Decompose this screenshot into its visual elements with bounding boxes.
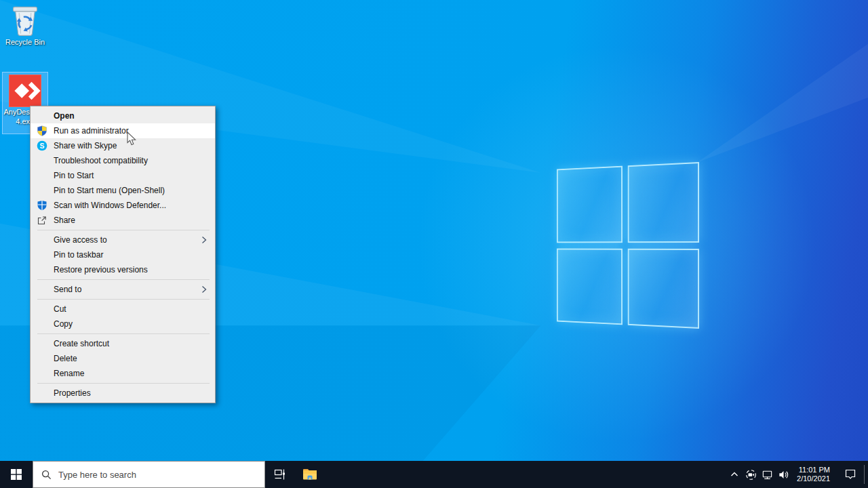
menu-item-icon-slot xyxy=(37,264,47,275)
clock-date: 2/10/2021 xyxy=(797,474,830,483)
submenu-arrow-icon xyxy=(199,235,210,245)
context-menu-item-pin-to-taskbar[interactable]: Pin to taskbar xyxy=(31,247,215,262)
action-center-button[interactable] xyxy=(837,461,864,488)
menu-item-icon-slot xyxy=(37,235,47,245)
menu-item-icon-slot xyxy=(37,338,47,349)
context-menu-item-run-as-administrator[interactable]: Run as administrator xyxy=(31,123,215,138)
meet-now-icon xyxy=(745,469,757,481)
taskbar: 11:01 PM 2/10/2021 xyxy=(0,461,868,488)
anydesk-label: AnyDes 4.ex xyxy=(0,107,30,126)
chevron-up-icon xyxy=(730,470,739,479)
taskbar-empty-area xyxy=(325,461,726,488)
show-desktop-button[interactable] xyxy=(864,465,868,484)
windows-start-icon xyxy=(11,469,22,480)
recycle-bin-icon xyxy=(9,4,41,37)
mouse-cursor xyxy=(127,131,137,146)
menu-item-icon-slot xyxy=(37,185,47,196)
context-menu-item-scan-with-windows-defender[interactable]: Scan with Windows Defender... xyxy=(31,198,215,213)
search-icon xyxy=(41,470,52,480)
search-input[interactable] xyxy=(58,470,264,480)
context-menu-separator xyxy=(37,299,210,300)
context-menu-item-pin-to-start-menu-open-shell[interactable]: Pin to Start menu (Open-Shell) xyxy=(31,183,215,198)
show-hidden-icons-button[interactable] xyxy=(726,461,743,488)
context-menu-item-open[interactable]: Open xyxy=(31,108,215,123)
volume-button[interactable] xyxy=(775,461,791,488)
context-menu-separator xyxy=(37,333,210,334)
taskbar-clock[interactable]: 11:01 PM 2/10/2021 xyxy=(791,461,837,488)
windows-logo-pane xyxy=(627,248,699,329)
context-menu-item-restore-previous-versions[interactable]: Restore previous versions xyxy=(31,262,215,277)
context-menu-item-send-to[interactable]: Send to xyxy=(31,282,215,297)
menu-item-icon-slot xyxy=(37,353,47,364)
anydesk-logo-icon xyxy=(9,75,41,107)
context-menu-item-create-shortcut[interactable]: Create shortcut xyxy=(31,336,215,351)
menu-item-icon-slot xyxy=(37,284,47,295)
context-menu-item-cut[interactable]: Cut xyxy=(31,302,215,317)
action-center-icon xyxy=(844,468,856,481)
menu-item-icon-slot xyxy=(37,304,47,314)
context-menu-separator xyxy=(37,279,210,280)
uac-shield-icon xyxy=(37,125,47,136)
defender-icon xyxy=(37,200,47,211)
task-view-button[interactable] xyxy=(265,461,295,488)
volume-icon xyxy=(778,469,789,481)
menu-item-icon-slot xyxy=(37,170,47,181)
context-menu-item-troubleshoot-compatibility[interactable]: Troubleshoot compatibility xyxy=(31,153,215,168)
context-menu-item-give-access-to[interactable]: Give access to xyxy=(31,232,215,247)
desktop-icon-recycle-bin[interactable]: Recycle Bin xyxy=(0,4,50,46)
menu-item-icon-slot xyxy=(37,368,47,379)
file-explorer-icon xyxy=(302,466,318,483)
windows-logo-pane xyxy=(557,166,622,243)
menu-item-icon-slot xyxy=(37,249,47,260)
context-menu-item-rename[interactable]: Rename xyxy=(31,366,215,381)
menu-item-icon-slot xyxy=(37,319,47,329)
network-button[interactable] xyxy=(759,461,775,488)
clock-time: 11:01 PM xyxy=(799,466,830,474)
recycle-bin-label: Recycle Bin xyxy=(0,38,50,46)
skype-icon: S xyxy=(37,140,47,151)
submenu-arrow-icon xyxy=(199,284,210,295)
network-ethernet-icon xyxy=(762,469,773,481)
context-menu-separator xyxy=(37,230,210,230)
windows-logo xyxy=(557,162,699,329)
svg-text:S: S xyxy=(39,142,44,150)
context-menu-item-copy[interactable]: Copy xyxy=(31,317,215,331)
context-menu-item-share[interactable]: Share xyxy=(31,213,215,228)
system-tray: 11:01 PM 2/10/2021 xyxy=(726,461,868,488)
windows-logo-pane xyxy=(627,162,699,243)
context-menu-separator xyxy=(37,383,210,384)
file-explorer-button[interactable] xyxy=(295,461,325,488)
menu-item-icon-slot xyxy=(37,110,47,121)
anydesk-icon xyxy=(9,75,41,107)
start-button[interactable] xyxy=(0,461,33,488)
meet-now-button[interactable] xyxy=(743,461,759,488)
share-icon xyxy=(37,215,47,226)
windows-logo-pane xyxy=(557,248,622,325)
menu-item-icon-slot xyxy=(37,388,47,399)
taskbar-search-box[interactable] xyxy=(33,461,265,488)
context-menu-item-share-with-skype[interactable]: S Share with Skype xyxy=(31,138,215,153)
context-menu: Open Run as administrator S Share xyxy=(30,106,216,403)
context-menu-item-delete[interactable]: Delete xyxy=(31,351,215,366)
context-menu-item-properties[interactable]: Properties xyxy=(31,386,215,401)
context-menu-item-pin-to-start[interactable]: Pin to Start xyxy=(31,168,215,183)
task-view-icon xyxy=(274,468,286,481)
menu-item-icon-slot xyxy=(37,155,47,166)
